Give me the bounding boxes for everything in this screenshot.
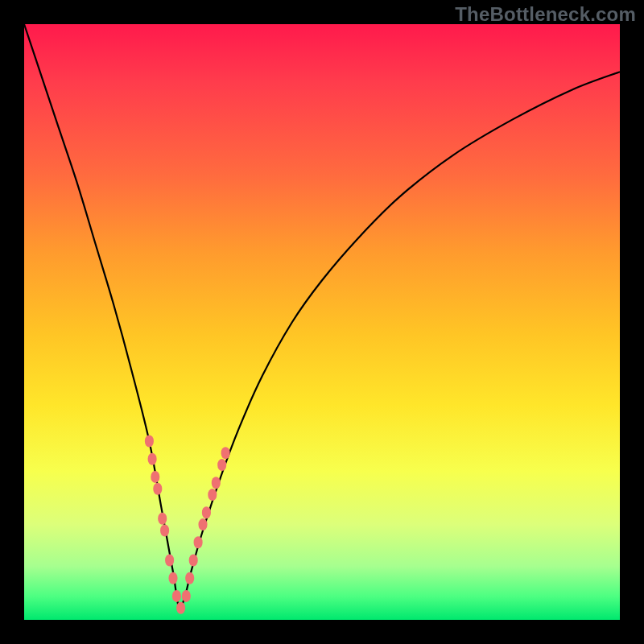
data-marker: [212, 477, 221, 489]
chart-frame: TheBottleneck.com: [0, 0, 644, 644]
data-marker: [148, 453, 157, 465]
data-marker: [208, 489, 217, 501]
data-marker: [217, 459, 226, 471]
data-marker: [151, 471, 159, 483]
data-marker: [189, 555, 198, 567]
data-marker: [185, 572, 194, 584]
data-marker: [176, 602, 185, 614]
data-marker: [194, 536, 203, 548]
data-marker: [169, 572, 178, 584]
data-marker: [145, 436, 154, 448]
data-marker: [199, 518, 208, 530]
watermark-text: TheBottleneck.com: [455, 3, 636, 26]
curve-layer: [24, 24, 620, 620]
data-marker: [153, 483, 162, 495]
data-marker: [172, 590, 181, 602]
plot-area: [24, 24, 620, 620]
data-marker: [202, 506, 211, 518]
data-marker: [221, 447, 230, 459]
bottleneck-curve: [24, 24, 620, 609]
data-marker: [160, 525, 169, 537]
data-marker: [165, 555, 174, 567]
data-marker: [182, 590, 191, 602]
data-marker: [158, 513, 167, 525]
